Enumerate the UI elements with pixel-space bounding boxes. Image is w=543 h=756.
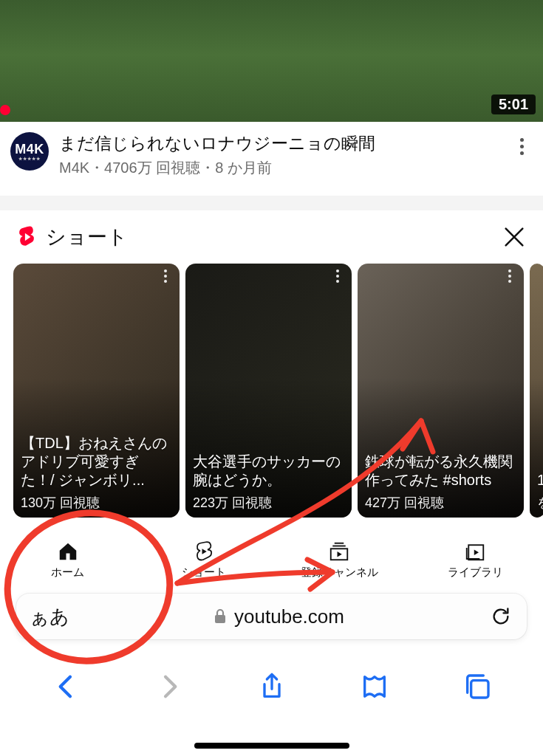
- refresh-button[interactable]: [475, 606, 527, 627]
- home-indicator[interactable]: [194, 743, 349, 749]
- short-title: 鉄球が転がる永久機関作ってみた #shorts: [365, 453, 516, 489]
- short-views: 130万 回視聴: [21, 494, 172, 512]
- url-text: youtube.com: [234, 605, 344, 628]
- lock-icon: [214, 608, 227, 625]
- progress-dot: [0, 105, 10, 115]
- nav-shorts[interactable]: ショート: [136, 532, 272, 588]
- video-duration: 5:01: [491, 94, 536, 114]
- short-card[interactable]: 【TDL】おねえさんのアドリブ可愛すぎた！/ ジャンボリ... 130万 回視聴: [13, 264, 180, 518]
- text-size-button[interactable]: ぁあ: [16, 604, 83, 630]
- short-title: 【TDL】おねえさんのアドリブ可愛すぎた！/ ジャンボリ...: [21, 434, 172, 489]
- shorts-row[interactable]: 【TDL】おねえさんのアドリブ可愛すぎた！/ ジャンボリ... 130万 回視聴…: [0, 264, 543, 518]
- library-icon: [464, 540, 486, 563]
- bottom-nav: ホーム ショート 登録チャンネル ライブラリ: [0, 532, 543, 588]
- short-card[interactable]: 大谷選手のサッカーの腕はどうか。 223万 回視聴: [185, 264, 352, 518]
- short-card[interactable]: 1 を: [530, 264, 543, 518]
- short-card[interactable]: 鉄球が転がる永久機関作ってみた #shorts 427万 回視聴: [358, 264, 524, 518]
- bookmarks-button[interactable]: [360, 672, 389, 701]
- shorts-close-button[interactable]: [502, 224, 527, 250]
- subscriptions-icon: [328, 540, 350, 563]
- short-views: 427万 回視聴: [365, 494, 516, 512]
- video-thumbnail[interactable]: 5:01: [0, 0, 543, 122]
- short-more-button[interactable]: [157, 269, 174, 283]
- safari-url-bar[interactable]: ぁあ youtube.com: [16, 594, 527, 639]
- home-icon: [57, 540, 79, 563]
- shorts-logo-icon: [16, 226, 37, 248]
- nav-subscriptions[interactable]: 登録チャンネル: [272, 532, 408, 588]
- svg-rect-5: [471, 681, 488, 698]
- short-title: 大谷選手のサッカーの腕はどうか。: [193, 453, 344, 489]
- video-title: まだ信じられないロナウジーニョの瞬間: [59, 132, 500, 155]
- nav-label: ショート: [182, 566, 226, 580]
- back-button[interactable]: [52, 672, 81, 701]
- short-more-button[interactable]: [329, 269, 346, 283]
- channel-avatar[interactable]: M4K ★★★★★: [10, 132, 49, 171]
- video-more-button[interactable]: [510, 138, 533, 155]
- avatar-stars: ★★★★★: [18, 156, 41, 161]
- short-more-button[interactable]: [502, 269, 518, 283]
- short-views: 223万 回視聴: [193, 494, 344, 512]
- section-divider: [0, 196, 543, 210]
- svg-rect-4: [215, 615, 225, 623]
- safari-toolbar: [0, 650, 543, 724]
- avatar-text: M4K: [15, 142, 44, 157]
- nav-home[interactable]: ホーム: [0, 532, 136, 588]
- forward-button: [154, 672, 184, 701]
- shorts-section-title: ショート: [46, 224, 128, 250]
- shorts-icon: [193, 540, 215, 563]
- video-meta-row[interactable]: M4K ★★★★★ まだ信じられないロナウジーニョの瞬間 M4K・4706万 回…: [0, 122, 543, 196]
- nav-library[interactable]: ライブラリ: [407, 532, 543, 588]
- nav-label: 登録チャンネル: [301, 566, 378, 580]
- share-button[interactable]: [257, 672, 287, 701]
- nav-label: ホーム: [51, 566, 84, 580]
- tabs-button[interactable]: [462, 672, 492, 701]
- video-meta-line: M4K・4706万 回視聴・8 か月前: [59, 158, 500, 178]
- nav-label: ライブラリ: [448, 566, 503, 580]
